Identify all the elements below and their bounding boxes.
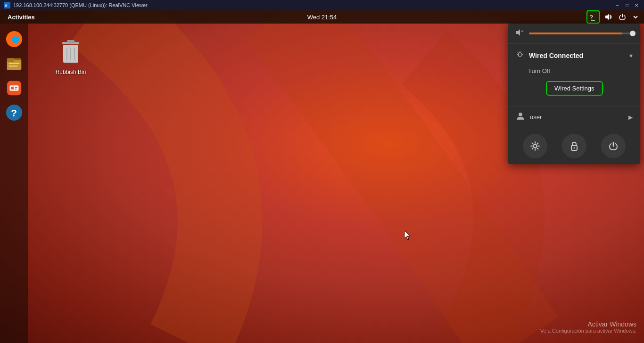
svg-rect-9 [7, 58, 14, 62]
dock-item-files[interactable] [3, 53, 25, 74]
minimize-button[interactable]: − [614, 1, 621, 9]
svg-rect-11 [9, 65, 18, 67]
dock: ? [0, 24, 28, 343]
svg-text:?: ? [517, 53, 520, 57]
help-icon: ? [5, 104, 23, 122]
firefox-icon [5, 30, 23, 48]
svg-point-35 [573, 147, 575, 149]
volume-thumb [630, 31, 636, 36]
volume-mute-icon [516, 28, 524, 39]
dock-item-help[interactable]: ? [3, 102, 25, 123]
volume-slider[interactable] [529, 33, 633, 34]
rubbish-bin-icon[interactable]: Rubbish Bin [52, 39, 90, 75]
user-icon [516, 111, 525, 121]
top-panel: Activities Wed 21:54 ? [0, 10, 644, 24]
lock-button[interactable] [562, 134, 586, 158]
power-button[interactable] [601, 134, 626, 158]
network-icon: ? [589, 13, 597, 21]
power-icon [619, 13, 626, 21]
lock-icon [569, 141, 579, 151]
dock-item-software[interactable] [3, 77, 25, 99]
activate-notice: Activar Windows Ve a Configuración para … [540, 320, 636, 334]
rubbish-bin-image [58, 39, 83, 67]
maximize-button[interactable]: □ [623, 1, 631, 9]
software-icon [5, 79, 23, 97]
activate-title: Activar Windows [540, 320, 636, 328]
svg-rect-10 [9, 63, 20, 64]
titlebar: V 192.168.100.244:32770 (QEMU (Linux)): … [0, 0, 644, 10]
titlebar-left: V 192.168.100.244:32770 (QEMU (Linux)): … [4, 2, 148, 8]
svg-point-32 [519, 113, 522, 116]
svg-point-33 [534, 145, 537, 148]
cursor-icon [405, 231, 411, 240]
user-row[interactable]: user ▶ [508, 106, 640, 128]
panel-clock: Wed 21:54 [307, 14, 337, 21]
panel-left: Activities [4, 10, 39, 24]
svg-text:?: ? [11, 107, 17, 118]
activate-subtitle: Ve a Configuración para activar Windows. [540, 328, 636, 334]
files-icon [5, 55, 23, 73]
volume-fill [529, 33, 622, 34]
user-avatar-icon [516, 111, 525, 123]
svg-marker-36 [405, 231, 410, 240]
username-label: user [530, 114, 624, 121]
wired-status-label: Wired Connected [529, 52, 625, 59]
wired-chevron-icon: ▾ [629, 52, 633, 59]
trash-can-svg [59, 39, 82, 66]
wired-header[interactable]: ? Wired Connected ▾ [508, 47, 640, 65]
settings-gear-icon [530, 141, 540, 151]
desktop: Activities Wed 21:54 ? [0, 10, 644, 343]
wired-settings-button[interactable]: Wired Settings [546, 81, 603, 96]
power-indicator[interactable] [617, 10, 628, 24]
mouse-cursor [405, 231, 410, 239]
svg-marker-4 [605, 14, 609, 20]
close-button[interactable]: ✕ [633, 1, 640, 9]
volume-row [508, 24, 640, 44]
panel-menu-button[interactable] [631, 10, 640, 24]
vnc-icon: V [4, 2, 10, 8]
activities-button[interactable]: Activities [4, 10, 39, 24]
settings-button[interactable] [523, 134, 547, 158]
svg-rect-20 [67, 40, 74, 43]
volume-indicator[interactable] [603, 10, 614, 24]
svg-text:V: V [5, 3, 8, 8]
titlebar-controls: − □ ✕ [614, 1, 640, 9]
network-wired-icon: ? [516, 50, 524, 59]
network-indicator[interactable]: ? [586, 10, 600, 24]
wired-section: ? Wired Connected ▾ Turn Off Wired Setti… [508, 44, 640, 106]
rubbish-bin-label: Rubbish Bin [56, 69, 86, 75]
svg-marker-25 [516, 29, 520, 36]
user-chevron-icon: ▶ [628, 114, 633, 121]
chevron-down-icon [633, 14, 638, 20]
dock-item-firefox[interactable] [3, 28, 25, 50]
wired-network-icon: ? [516, 50, 524, 61]
volume-icon [604, 13, 612, 21]
speaker-icon [516, 28, 524, 37]
menu-bottom-row [508, 128, 640, 164]
system-menu: ? Wired Connected ▾ Turn Off Wired Setti… [508, 24, 640, 164]
power-off-icon [608, 141, 619, 151]
turn-off-item[interactable]: Turn Off [508, 65, 640, 77]
titlebar-title: 192.168.100.244:32770 (QEMU (Linux)): Re… [13, 2, 148, 8]
panel-right: ? [586, 10, 640, 24]
svg-text:?: ? [590, 14, 593, 21]
wired-settings-container: Wired Settings [508, 77, 640, 103]
svg-rect-14 [11, 87, 14, 90]
